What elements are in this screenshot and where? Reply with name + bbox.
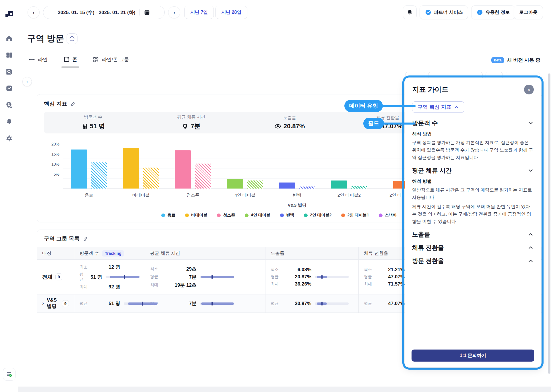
tab-zone-label: 존 bbox=[72, 56, 77, 63]
kpi-exposure: 노출률 20.87% bbox=[240, 112, 339, 133]
legend-dot bbox=[280, 214, 284, 217]
legend-dot bbox=[304, 214, 308, 217]
sidebar-item-analytics[interactable] bbox=[5, 84, 14, 93]
info-circle-icon bbox=[477, 9, 483, 15]
range-bar bbox=[124, 302, 158, 306]
zone-icon bbox=[63, 57, 69, 63]
range-bar bbox=[106, 275, 139, 279]
chevron-up-icon bbox=[527, 231, 534, 238]
date-prev-button[interactable]: ‹ bbox=[28, 6, 40, 18]
y-axis-tick: 10% bbox=[45, 162, 59, 166]
metric-guide-panel: 지표 가이드 × 구역 핵심 지표 방문객 수해석 방법구역 성과를 평가하는 … bbox=[405, 78, 541, 367]
date-next-button[interactable]: › bbox=[168, 6, 180, 18]
bar-solid bbox=[71, 150, 87, 189]
chart-bar-group bbox=[323, 148, 375, 189]
range-bar bbox=[315, 302, 349, 306]
useful-info-label: 유용한 정보 bbox=[486, 9, 510, 15]
metric-guide-highlight: 지표 가이드 × 구역 핵심 지표 방문객 수해석 방법구역 성과를 평가하는 … bbox=[402, 75, 544, 370]
app-logo[interactable] bbox=[5, 10, 13, 19]
kpi-value: 51 명 bbox=[90, 122, 105, 131]
notification-bell-button[interactable] bbox=[403, 5, 417, 19]
line-icon bbox=[29, 57, 35, 63]
app-window: ‹ 2025. 01. 15 (수) - 2025. 01. 21 (화) › … bbox=[0, 0, 551, 392]
sidebar bbox=[0, 0, 18, 392]
callout-connector bbox=[382, 105, 416, 107]
sidebar-item-settings[interactable] bbox=[5, 134, 14, 143]
bar-solid bbox=[227, 179, 243, 189]
sidebar-item-home[interactable] bbox=[5, 34, 14, 43]
tab-zone[interactable]: 존 bbox=[63, 56, 77, 67]
logout-label: 로그아웃 bbox=[519, 9, 538, 15]
chart-bar-group bbox=[167, 148, 219, 189]
scrollbar[interactable] bbox=[548, 71, 550, 391]
sidebar-item-dashboard[interactable] bbox=[5, 51, 14, 60]
sidebar-item-notifications[interactable] bbox=[5, 117, 14, 126]
tracking-badge: Tracking bbox=[102, 250, 124, 257]
category-label: 2인 테이블2 bbox=[323, 193, 375, 198]
bar-hatched bbox=[351, 186, 367, 189]
guide-section-2[interactable]: 평균 체류 시간 bbox=[412, 166, 534, 174]
useful-info-button[interactable]: 유용한 정보 bbox=[471, 5, 515, 19]
legend-dot bbox=[341, 214, 345, 217]
partner-service-button[interactable]: 파트너 서비스 bbox=[420, 5, 468, 19]
guide-subtitle: 해석 방법 bbox=[412, 178, 534, 185]
chevron-up-icon bbox=[527, 258, 534, 264]
key-metrics-title: 핵심 지표 bbox=[44, 100, 67, 108]
sidebar-item-explore[interactable] bbox=[5, 67, 14, 76]
guide-section-4[interactable]: 체류 전환율 bbox=[412, 244, 534, 252]
calendar-icon bbox=[144, 9, 150, 15]
bar-solid bbox=[123, 148, 139, 189]
bell-icon bbox=[406, 9, 413, 16]
edit-metrics-button[interactable] bbox=[71, 101, 76, 106]
kpi-label: 방문객 수 bbox=[84, 115, 102, 120]
bar-hatched bbox=[247, 181, 263, 189]
col-visitors: 방문객 수 Tracking bbox=[74, 247, 145, 259]
scrollbar-thumb[interactable] bbox=[548, 73, 550, 374]
expand-sidepanel-button[interactable]: › bbox=[22, 77, 32, 86]
date-range-picker[interactable]: 2025. 01. 15 (수) - 2025. 01. 21 (화) bbox=[43, 6, 165, 19]
bar-solid bbox=[331, 181, 347, 189]
topbar: ‹ 2025. 01. 15 (수) - 2025. 01. 21 (화) › … bbox=[18, 0, 551, 25]
metric-type-dropdown[interactable]: 구역 핵심 지표 bbox=[412, 101, 464, 113]
kpi-dwell-time: 평균 체류 시간 7분 bbox=[142, 112, 240, 133]
tab-line-zone-group[interactable]: 라인/존 그룹 bbox=[93, 56, 129, 67]
kpi-visitors: 방문객 수 51 명 bbox=[44, 112, 142, 133]
close-icon[interactable]: × bbox=[524, 85, 534, 94]
sidebar-item-visitor-path[interactable] bbox=[5, 100, 14, 110]
guide-section-5[interactable]: 방문 전환율 bbox=[412, 257, 534, 265]
category-label: 청소존 bbox=[167, 193, 219, 198]
legend-item: 4인 테이블 bbox=[245, 213, 270, 218]
chart-bar-group bbox=[271, 148, 323, 189]
left-rail-divider bbox=[27, 70, 27, 386]
legend-dot bbox=[161, 214, 165, 217]
last-28-days-button[interactable]: 지난 28일 bbox=[215, 6, 247, 19]
pencil-icon bbox=[71, 101, 76, 106]
bar-hatched bbox=[299, 187, 315, 189]
category-label: 음료 bbox=[63, 193, 115, 198]
tab-line[interactable]: 라인 bbox=[29, 56, 48, 67]
guide-section-1[interactable]: 방문객 수 bbox=[412, 119, 534, 127]
category-label: 4인 테이블 bbox=[219, 193, 271, 198]
callout-connector bbox=[383, 123, 415, 125]
pin-clock-icon bbox=[182, 123, 188, 129]
edit-group-list-button[interactable] bbox=[83, 236, 88, 241]
info-icon bbox=[69, 36, 75, 42]
divider bbox=[139, 9, 140, 15]
guide-subtitle: 해석 방법 bbox=[412, 131, 534, 137]
range-bar bbox=[315, 275, 349, 279]
guide-section-3[interactable]: 노출률 bbox=[412, 230, 534, 238]
page-bottom-edge bbox=[18, 387, 551, 392]
legend-dot bbox=[245, 214, 249, 217]
last-7-days-button[interactable]: 지난 7일 bbox=[184, 6, 214, 19]
kpi-value: 7분 bbox=[191, 122, 200, 131]
contact-button[interactable]: 1:1 문의하기 bbox=[412, 350, 534, 362]
page-info-button[interactable] bbox=[67, 33, 77, 44]
sidebar-item-task-list[interactable] bbox=[3, 368, 15, 381]
verified-badge-icon bbox=[425, 9, 431, 15]
beta-version-indicator: beta 새 버전 사용 중 bbox=[491, 57, 540, 63]
logout-button[interactable]: 로그아웃 bbox=[514, 5, 543, 19]
legend-item: 바테이블 bbox=[185, 213, 207, 218]
expand-row-icon[interactable]: › bbox=[42, 300, 44, 306]
y-axis-tick: 20% bbox=[45, 142, 59, 146]
category-label: 바테이블 bbox=[115, 193, 167, 198]
